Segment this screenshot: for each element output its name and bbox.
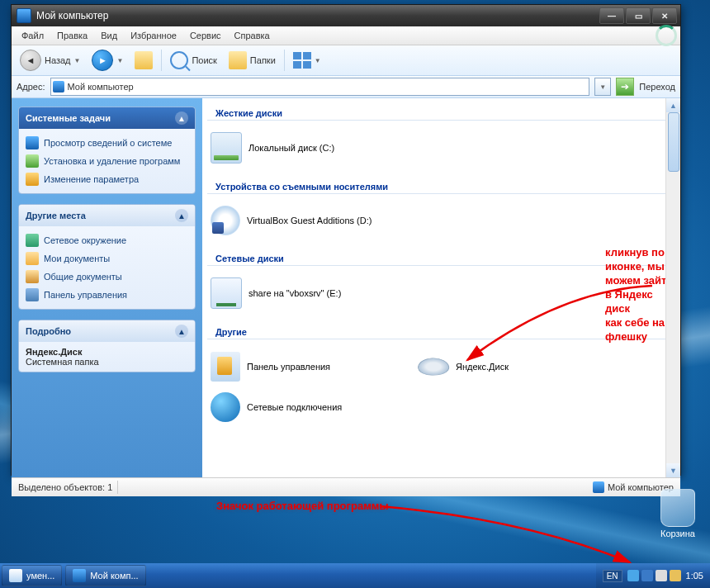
other-places-header[interactable]: Другие места▲: [19, 205, 195, 226]
item-control-panel[interactable]: Панель управления: [204, 346, 411, 387]
computer-icon: [53, 81, 64, 92]
place-network[interactable]: Сетевое окружение: [22, 231, 192, 249]
place-shared-docs[interactable]: Общие документы: [22, 268, 192, 286]
folders-button[interactable]: Папки: [225, 50, 279, 71]
tray-volume-icon[interactable]: [656, 570, 667, 581]
place-control-panel[interactable]: Панель управления: [22, 286, 192, 304]
task-change-setting[interactable]: Изменение параметра: [22, 170, 192, 188]
tray-icon[interactable]: [641, 570, 653, 581]
address-label: Адрес:: [17, 82, 45, 92]
scroll-down[interactable]: ▼: [666, 463, 680, 477]
collapse-icon[interactable]: ▲: [175, 209, 188, 222]
desktop: Мой компьютер — ▭ ✕ Файл Правка Вид Избр…: [0, 0, 710, 588]
recycle-bin-icon: [660, 489, 695, 527]
item-yandex-disk[interactable]: Яндекс.Диск: [411, 346, 618, 387]
category-removable: Устройства со съемными носителями: [207, 175, 675, 194]
globe-icon: [211, 392, 240, 422]
titlebar[interactable]: Мой компьютер — ▭ ✕: [12, 5, 680, 26]
minimize-button[interactable]: —: [599, 7, 624, 24]
menu-tools[interactable]: Сервис: [183, 28, 228, 43]
task-system-info[interactable]: Просмотр сведений о системе: [22, 134, 192, 152]
throbber-icon: [656, 25, 677, 46]
item-network-connections[interactable]: Сетевые подключения: [204, 387, 605, 427]
menu-edit[interactable]: Правка: [50, 28, 94, 43]
toolbar: ◄Назад▼ ►▼ Поиск Папки ▼: [12, 45, 680, 76]
details-header[interactable]: Подробно▲: [19, 320, 195, 342]
menubar: Файл Правка Вид Избранное Сервис Справка: [12, 26, 680, 45]
statusbar: Выделено объектов: 1 Мой компьютер: [12, 477, 680, 496]
search-button[interactable]: Поиск: [167, 50, 220, 71]
status-selection: Выделено объектов: 1: [18, 482, 112, 492]
computer-icon: [593, 481, 604, 493]
task-my-computer[interactable]: Мой комп...: [65, 565, 145, 586]
yandex-disk-icon: [416, 358, 450, 377]
address-bar: Адрес: Мой компьютер ▼ ➔ Переход: [12, 76, 680, 98]
address-input[interactable]: Мой компьютер: [50, 78, 590, 96]
maximize-button[interactable]: ▭: [626, 7, 651, 24]
window-title: Мой компьютер: [36, 10, 599, 21]
taskbar[interactable]: умен... Мой комп... EN 1:05: [0, 563, 710, 588]
drive-local-c[interactable]: Локальный диск (C:): [204, 127, 411, 168]
details-panel: Подробно▲ Яндекс.Диск Системная папка: [18, 320, 196, 372]
collapse-icon[interactable]: ▲: [175, 325, 188, 338]
details-name: Яндекс.Диск: [26, 347, 188, 357]
scroll-up[interactable]: ▲: [666, 98, 680, 112]
tray-shield-icon[interactable]: [670, 570, 681, 581]
drive-guest-additions[interactable]: VirtualBox Guest Additions (D:): [204, 201, 411, 240]
menu-favorites[interactable]: Избранное: [124, 28, 183, 43]
annotation-2: Значок работающей программы: [216, 500, 388, 512]
forward-button[interactable]: ►▼: [88, 48, 126, 73]
clock[interactable]: 1:05: [686, 571, 703, 581]
up-button[interactable]: [131, 50, 156, 71]
scroll-thumb[interactable]: [668, 112, 679, 172]
task-document[interactable]: умен...: [2, 565, 62, 586]
category-hdd: Жесткие диски: [207, 102, 675, 121]
tray: EN 1:05: [596, 563, 710, 588]
place-my-docs[interactable]: Мои документы: [22, 249, 192, 268]
hdd-icon: [211, 132, 242, 164]
task-add-remove[interactable]: Установка и удаление программ: [22, 152, 192, 170]
recycle-bin[interactable]: Корзина: [660, 489, 695, 538]
scrollbar[interactable]: ▲ ▼: [665, 98, 680, 477]
other-places-panel: Другие места▲ Сетевое окружение Мои доку…: [18, 204, 196, 310]
menu-view[interactable]: Вид: [94, 28, 124, 43]
explorer-window: Мой компьютер — ▭ ✕ Файл Правка Вид Избр…: [11, 4, 681, 476]
tray-icon[interactable]: [627, 570, 639, 581]
content-area: Жесткие диски Локальный диск (C:) Устрой…: [202, 98, 680, 477]
close-button[interactable]: ✕: [652, 7, 677, 24]
collapse-icon[interactable]: ▲: [175, 111, 188, 125]
language-indicator[interactable]: EN: [603, 570, 622, 582]
address-dropdown[interactable]: ▼: [594, 78, 611, 96]
control-panel-icon: [211, 352, 240, 382]
menu-file[interactable]: Файл: [15, 28, 50, 43]
menu-help[interactable]: Справка: [228, 28, 277, 43]
views-button[interactable]: ▼: [290, 50, 324, 70]
drive-share-e[interactable]: share на "vboxsrv" (E:): [204, 273, 411, 314]
system-tasks-header[interactable]: Системные задачи▲: [19, 107, 195, 129]
network-drive-icon: [211, 277, 242, 309]
details-type: Системная папка: [26, 357, 99, 367]
window-icon: [17, 8, 31, 23]
back-button[interactable]: ◄Назад▼: [17, 48, 83, 73]
cd-icon: [211, 206, 240, 235]
go-button[interactable]: ➔: [616, 78, 634, 96]
tray-icons[interactable]: [627, 570, 681, 581]
go-label[interactable]: Переход: [639, 82, 675, 92]
system-tasks-panel: Системные задачи▲ Просмотр сведений о си…: [18, 107, 196, 194]
sidebar: Системные задачи▲ Просмотр сведений о си…: [12, 98, 202, 477]
arrow-2-icon: [376, 498, 640, 572]
